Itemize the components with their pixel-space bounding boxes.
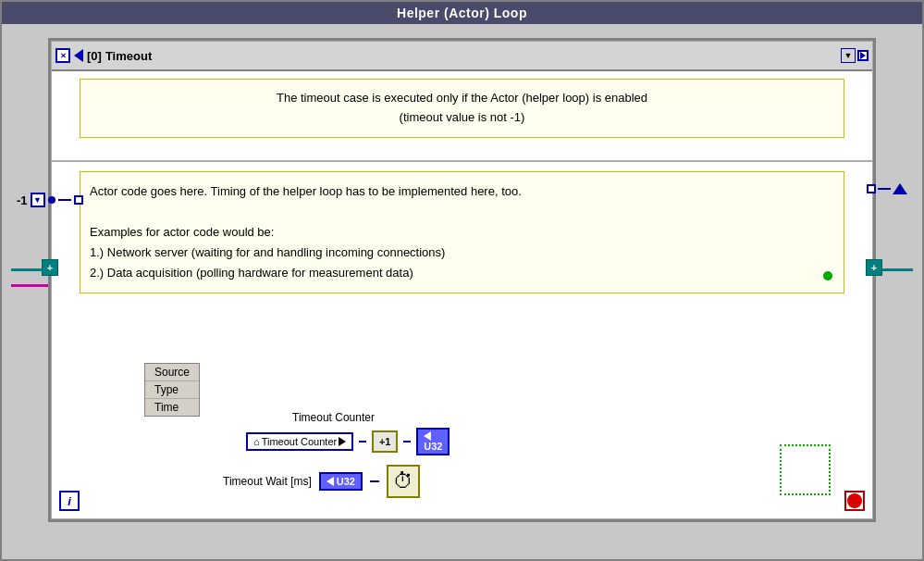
wire-2 [403, 441, 411, 443]
case-right-icon [857, 50, 869, 61]
wire-1 [359, 441, 366, 443]
case-index: [0] [87, 49, 102, 63]
source-label: Source [145, 364, 199, 381]
u32-counter-box[interactable]: U32 [416, 428, 450, 455]
clock-icon-box[interactable]: ⏱ [387, 465, 420, 498]
left-connector-box[interactable]: ▼ [31, 193, 45, 207]
diagram-area: ✕ [0] Timeout ▼ The timeout case is exec… [11, 33, 913, 550]
case-prev-button[interactable] [74, 49, 83, 62]
timeout-info-line2: (timeout value is not -1) [90, 108, 834, 128]
actor-line4: 1.) Network server (waiting for and hand… [90, 243, 834, 263]
dotted-green-box [780, 444, 831, 495]
minus-one-value: -1 [17, 193, 28, 207]
u32-wait-label: U32 [337, 476, 355, 487]
u32-wait-box[interactable]: U32 [319, 472, 363, 491]
case-label: Timeout [105, 49, 839, 63]
actor-line5: 2.) Data acquisition (polling hardware f… [90, 263, 834, 283]
stop-button[interactable] [844, 491, 865, 511]
main-content: ✕ [0] Timeout ▼ The timeout case is exec… [2, 24, 922, 559]
actor-line1: Actor code goes here. Timing of the help… [90, 181, 834, 202]
teal-connector-right-box: + [866, 259, 882, 276]
actor-line3: Examples for actor code would be: [90, 222, 834, 243]
increment-node: +1 [372, 430, 398, 453]
source-type-time-panel: Source Type Time [144, 363, 200, 417]
right-connector-group [867, 183, 907, 194]
window-title: Helper (Actor) Loop [397, 6, 527, 20]
house-icon: ⌂ [253, 436, 260, 447]
case-dropdown-button[interactable]: ▼ [841, 48, 856, 63]
left-wire-dot [48, 196, 55, 204]
node-right-arrow [339, 437, 346, 446]
stop-circle-icon [847, 493, 862, 508]
type-label: Type [145, 381, 199, 399]
separator-line [52, 160, 872, 162]
u32-left-arrow [424, 431, 431, 441]
right-square-connector [867, 184, 876, 193]
timeout-counter-node[interactable]: ⌂ Timeout Counter [246, 432, 353, 451]
left-connector-group: -1 ▼ [17, 193, 83, 207]
pink-wire-left [11, 284, 48, 287]
title-bar: Helper (Actor) Loop [2, 2, 922, 24]
main-window: Helper (Actor) Loop ✕ [0] Timeout ▼ [0, 0, 924, 561]
wait-wire [370, 480, 379, 482]
timeout-info-box: The timeout case is executed only if the… [80, 79, 844, 138]
timeout-counter-row: ⌂ Timeout Counter +1 U32 [246, 428, 450, 455]
timeout-wait-label: Timeout Wait [ms] [223, 475, 312, 488]
actor-info-box: Actor code goes here. Timing of the help… [80, 171, 844, 293]
time-label: Time [145, 399, 199, 416]
right-wire-segment [878, 188, 891, 190]
case-icon: ✕ [55, 48, 70, 63]
timeout-wait-row: Timeout Wait [ms] U32 ⏱ [223, 465, 420, 498]
up-arrow-icon [893, 183, 907, 194]
left-square-connector [74, 195, 83, 205]
clock-icon: ⏱ [393, 469, 413, 493]
increment-label: +1 [379, 436, 391, 447]
timeout-counter-label: Timeout Counter [292, 411, 375, 424]
u32-wait-arrow [326, 477, 334, 486]
u32-counter-label: U32 [424, 441, 442, 452]
timeout-counter-node-label: Timeout Counter [262, 436, 338, 447]
left-wire-segment [58, 199, 71, 201]
teal-connector-left-box: + [42, 259, 58, 276]
inner-area: ✕ [0] Timeout ▼ The timeout case is exec… [51, 41, 873, 519]
actor-line2 [90, 202, 834, 222]
timeout-info-line1: The timeout case is executed only if the… [90, 89, 834, 108]
info-icon: i [68, 494, 71, 508]
case-selector: ✕ [0] Timeout ▼ [52, 42, 872, 71]
green-dot [823, 271, 832, 280]
info-corner[interactable]: i [59, 491, 80, 511]
